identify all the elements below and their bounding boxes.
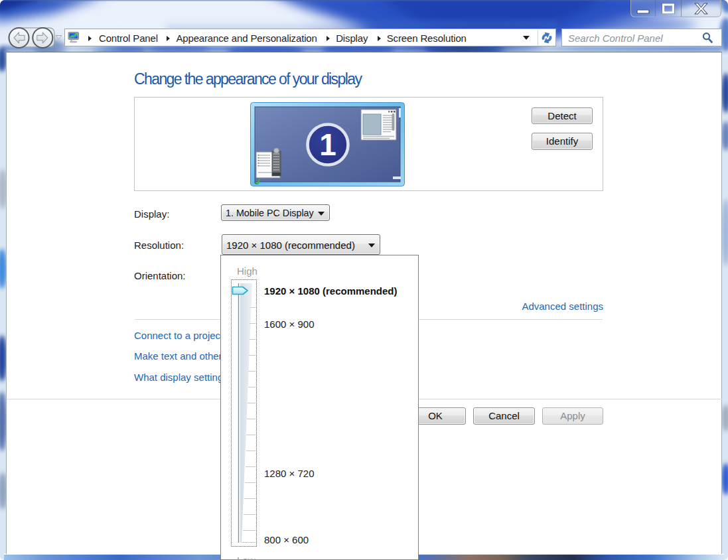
svg-text:1: 1 bbox=[319, 127, 336, 162]
